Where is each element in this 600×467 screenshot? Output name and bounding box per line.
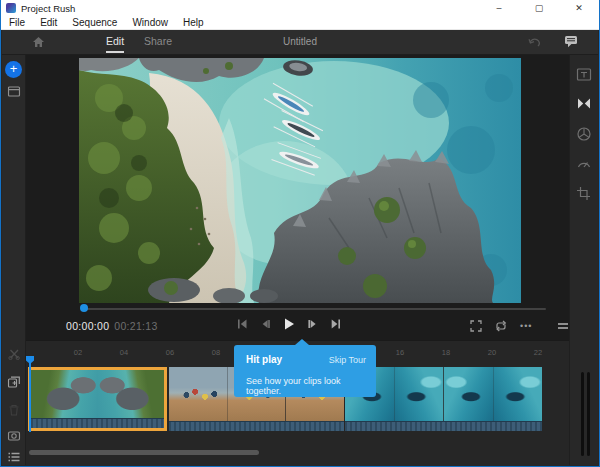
project-rush-window: { "window": { "title": "Project Rush" },… [0, 0, 600, 467]
titlebar: Project Rush – ▢ ✕ [1, 0, 599, 16]
minimize-button[interactable]: – [479, 0, 519, 16]
video-preview [79, 58, 521, 303]
timeline-vertical-scrollbar-2[interactable] [587, 372, 590, 456]
beach-aerial-frame [79, 58, 521, 303]
more-options-icon[interactable]: ••• [520, 321, 532, 331]
project-title: Untitled [283, 36, 317, 47]
close-button[interactable]: ✕ [559, 0, 599, 16]
play-button[interactable] [282, 317, 296, 331]
skip-tour-button[interactable]: Skip Tour [329, 355, 366, 365]
tab-edit[interactable]: Edit [106, 35, 124, 47]
left-toolbar: + [2, 55, 26, 465]
audio-waveform [345, 421, 542, 431]
ruler-tick: 16 [396, 348, 404, 357]
menubar: File Edit Sequence Window Help [1, 16, 599, 30]
duration: 00:21:13 [114, 320, 157, 332]
step-back-button[interactable] [259, 318, 271, 330]
speed-icon[interactable] [576, 156, 592, 170]
undo-icon[interactable] [527, 36, 540, 48]
camera-icon[interactable] [7, 430, 20, 441]
menu-window[interactable]: Window [132, 17, 168, 28]
tooltip-body: See how your clips look together. [246, 376, 376, 396]
ruler-tick: 18 [442, 348, 450, 357]
right-toolbar [569, 55, 598, 465]
preview-panel: 00:00:0000:21:13 ••• [26, 55, 569, 340]
loop-icon[interactable] [495, 320, 507, 332]
go-to-start-button[interactable] [236, 318, 248, 330]
menu-file[interactable]: File [9, 17, 25, 28]
audio-waveform [31, 418, 164, 428]
ruler-tick: 22 [534, 348, 542, 357]
fullscreen-icon[interactable] [470, 320, 482, 332]
transitions-icon[interactable] [576, 96, 592, 111]
viewer-options: ••• [470, 320, 532, 332]
track-list-icon[interactable] [7, 451, 20, 463]
timeline-horizontal-scrollbar[interactable] [29, 450, 259, 455]
color-icon[interactable] [576, 126, 592, 142]
feedback-icon[interactable] [564, 35, 578, 48]
app-icon [6, 3, 16, 13]
media-browser-icon[interactable] [7, 86, 20, 97]
step-forward-button[interactable] [307, 318, 319, 330]
tooltip-title: Hit play [246, 354, 282, 365]
crop-rotate-icon[interactable] [576, 186, 592, 201]
timeline-vertical-scrollbar[interactable] [581, 372, 584, 456]
scrubber-track[interactable] [81, 308, 546, 310]
titles-icon[interactable] [576, 67, 592, 82]
ruler-tick: 20 [488, 348, 496, 357]
split-scissors-icon[interactable] [8, 348, 20, 360]
ruler-tick: 08 [212, 348, 220, 357]
menu-sequence[interactable]: Sequence [72, 17, 117, 28]
timeline-settings-icon[interactable] [557, 321, 569, 331]
menu-help[interactable]: Help [183, 17, 204, 28]
duplicate-clip-icon[interactable] [7, 376, 20, 388]
home-icon[interactable] [32, 36, 45, 48]
go-to-end-button[interactable] [330, 318, 342, 330]
transport-controls [236, 317, 342, 331]
scrubber-handle[interactable] [80, 304, 88, 312]
window-controls: – ▢ ✕ [479, 0, 599, 16]
add-media-button[interactable]: + [5, 61, 22, 78]
delete-clip-icon[interactable] [8, 404, 19, 416]
window-title: Project Rush [21, 3, 75, 14]
ruler-tick: 06 [166, 348, 174, 357]
tab-share[interactable]: Share [144, 35, 172, 47]
audio-waveform [169, 421, 344, 431]
ruler-tick: 04 [120, 348, 128, 357]
timecode: 00:00:0000:21:13 [66, 320, 158, 332]
tour-tooltip: Hit play Skip Tour See how your clips lo… [234, 345, 376, 397]
ruler-tick: 02 [74, 348, 82, 357]
current-time: 00:00:00 [66, 320, 109, 332]
timeline-clip-selected[interactable] [28, 367, 167, 431]
menu-edit[interactable]: Edit [40, 17, 57, 28]
playhead-line [29, 363, 31, 432]
maximize-button[interactable]: ▢ [519, 0, 559, 16]
app-header: Edit Share Untitled [2, 30, 598, 55]
